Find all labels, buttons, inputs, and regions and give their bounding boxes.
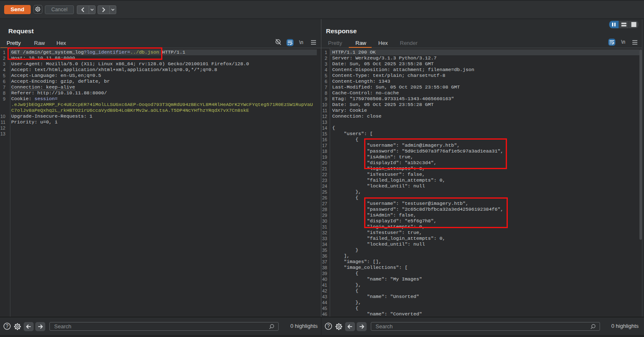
svg-text:?: ? [5,323,8,329]
svg-text:?: ? [327,323,330,329]
